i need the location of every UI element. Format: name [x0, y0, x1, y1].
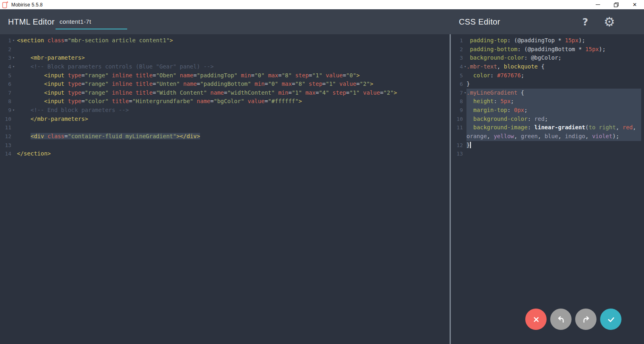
redo-button[interactable] [575, 309, 597, 330]
code-line: 10 background-color: red; [451, 115, 644, 124]
token: > [169, 37, 173, 44]
fold-arrow-icon[interactable]: ▾ [11, 36, 17, 45]
token: = [288, 89, 291, 96]
token: = [278, 72, 281, 79]
token: class [47, 37, 64, 44]
tab-content1-7t[interactable]: content1-7t [56, 15, 127, 29]
token: color [473, 72, 490, 79]
code-line: 2 padding-bottom: (@paddingBottom * 15px… [451, 45, 644, 54]
token: "2" [384, 89, 394, 96]
fold-gutter [463, 123, 466, 132]
code-text: color: #767676; [466, 71, 641, 80]
token: "1" [292, 89, 302, 96]
line-number: 10 [0, 115, 11, 124]
minimize-icon [596, 4, 600, 5]
css-code-editor[interactable]: 1 padding-top: (@paddingTop * 15px);2 pa… [451, 34, 644, 344]
token: = [81, 89, 85, 96]
token: > [356, 72, 359, 79]
restore-button[interactable] [607, 0, 625, 9]
line-number: 8 [0, 97, 11, 106]
token [109, 98, 112, 104]
token: ; [545, 116, 548, 122]
fold-gutter [463, 149, 466, 158]
token: blue [545, 133, 558, 139]
token: = [380, 89, 383, 96]
window-controls: ✕ [588, 0, 644, 9]
token: indigo [565, 133, 585, 139]
line-number: 12 [0, 132, 11, 141]
code-line: 6 <input type="range" inline title="Unte… [0, 80, 450, 89]
window-title: Mobirise 5.5.8 [11, 2, 43, 8]
token: title [136, 81, 153, 87]
fold-gutter [11, 149, 17, 158]
token: = [322, 81, 326, 87]
code-line: 13 [451, 149, 644, 158]
token: type [68, 72, 81, 79]
fold-arrow-icon[interactable]: ▾ [463, 89, 466, 97]
close-button[interactable]: ✕ [625, 0, 644, 9]
fold-gutter [463, 54, 466, 62]
token: type [68, 81, 81, 87]
line-number: 9 [0, 106, 11, 115]
token: ; [524, 107, 527, 113]
selection-highlight: <div class="container-fluid myLineGradie… [31, 133, 200, 139]
token: "0" [346, 72, 356, 79]
token: : [493, 98, 500, 104]
token: ></div> [176, 133, 200, 139]
confirm-button[interactable] [600, 309, 621, 330]
token: = [81, 81, 85, 87]
token [466, 72, 473, 79]
fold-gutter [11, 97, 17, 106]
token: > [370, 81, 373, 87]
token [17, 54, 31, 61]
token [193, 98, 196, 104]
token: = [343, 72, 346, 79]
code-line: 1 padding-top: (@paddingTop * 15px); [451, 36, 644, 45]
code-line: 4▾ <!-- Block parameters controls (Blue … [0, 62, 450, 71]
fold-gutter [463, 45, 466, 54]
minimize-button[interactable] [588, 0, 607, 9]
token: title [136, 72, 153, 79]
code-line: 10 </mbr-parameters> [0, 115, 450, 124]
token [275, 89, 278, 96]
token: "range" [85, 89, 109, 96]
token: step [295, 72, 309, 79]
token: margin-top [473, 107, 507, 113]
token: class [47, 133, 64, 139]
token [132, 81, 136, 87]
fold-arrow-icon[interactable]: ▾ [11, 106, 17, 115]
code-text: padding-top: (@paddingTop * 15px); [466, 36, 641, 45]
token: title [112, 98, 129, 104]
token: max [305, 89, 316, 96]
undo-button[interactable] [550, 309, 572, 330]
token: <input [44, 89, 64, 96]
editor-header: HTML Editor content1-7t CSS Editor ? ⚙ [0, 9, 644, 34]
token: , [497, 63, 504, 70]
code-text: .mbr-text, blockquote { [466, 62, 641, 71]
code-text: margin-top: 0px; [466, 106, 641, 115]
help-icon[interactable]: ? [580, 16, 591, 28]
code-text: <!-- End block parameters --> [17, 106, 447, 115]
restore-icon [614, 2, 619, 7]
token: : [528, 124, 535, 131]
token: , [616, 124, 623, 131]
token: max [268, 72, 278, 79]
cancel-button[interactable] [525, 309, 547, 330]
token [360, 89, 363, 96]
html-code-editor[interactable]: 1▾<section class="mbr-section article co… [0, 34, 450, 344]
token: </section> [17, 150, 51, 157]
token: , [538, 133, 545, 139]
token: "range" [85, 81, 109, 87]
token: : [507, 107, 514, 113]
line-number: 6 [0, 80, 11, 89]
token [322, 72, 326, 79]
token: "range" [85, 72, 109, 79]
token: = [309, 72, 312, 79]
token: red [623, 124, 633, 131]
gear-icon[interactable]: ⚙ [601, 15, 617, 29]
token: <div [31, 133, 44, 139]
fold-arrow-icon[interactable]: ▾ [463, 62, 466, 71]
fold-arrow-icon[interactable]: ▾ [11, 54, 17, 62]
line-number: 4 [451, 62, 463, 71]
fold-arrow-icon[interactable]: ▾ [11, 62, 17, 71]
